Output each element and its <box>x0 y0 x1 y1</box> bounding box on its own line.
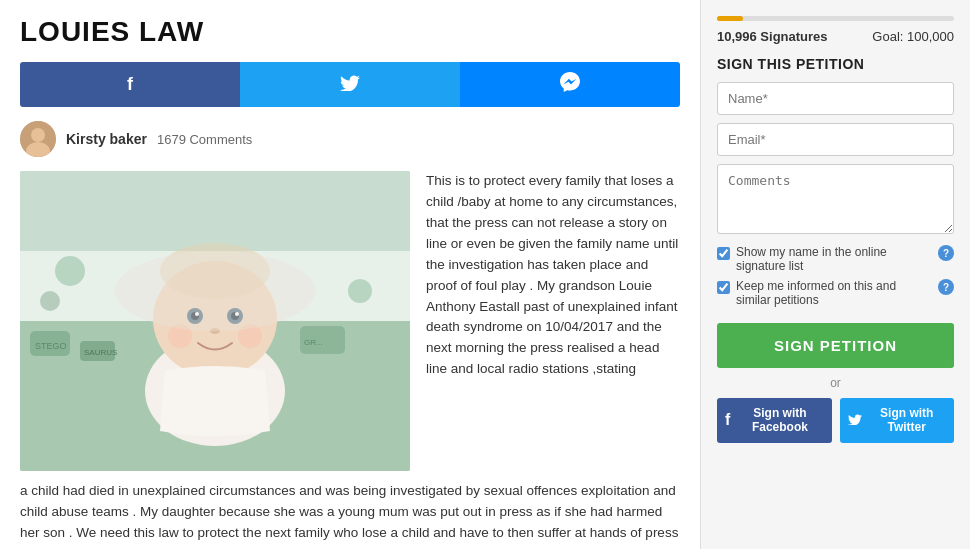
article-text: This is to protect every family that los… <box>426 171 680 380</box>
social-sign-row: f Sign with Facebook Sign with Twitter <box>717 398 954 443</box>
twitter-sign-label: Sign with Twitter <box>868 406 947 435</box>
svg-point-25 <box>55 256 85 286</box>
messenger-icon <box>560 72 580 97</box>
svg-text:GR...: GR... <box>304 338 323 347</box>
facebook-share-button[interactable]: f <box>20 62 240 107</box>
sign-petition-form: SIGN THIS PETITION Show my name in the o… <box>717 56 954 443</box>
article-text-col: This is to protect every family that los… <box>426 171 680 471</box>
or-divider: or <box>717 376 954 390</box>
author-row: Kirsty baker 1679 Comments <box>20 121 680 157</box>
twitter-share-button[interactable] <box>240 62 460 107</box>
signature-progress: 10,996 Signatures Goal: 100,000 <box>717 16 954 44</box>
article-body: STEGO SAURUS GR... <box>20 171 680 471</box>
messenger-share-button[interactable] <box>460 62 680 107</box>
progress-bar-bg <box>717 16 954 21</box>
svg-text:STEGO: STEGO <box>35 341 67 351</box>
author-name: Kirsty baker <box>66 131 147 147</box>
sign-petition-button[interactable]: SIGN PETITION <box>717 323 954 368</box>
facebook-sign-button[interactable]: f Sign with Facebook <box>717 398 832 443</box>
checkbox1-label: Show my name in the online signature lis… <box>736 245 928 273</box>
article-image: STEGO SAURUS GR... <box>20 171 410 471</box>
signatures-count: 10,996 Signatures <box>717 29 828 44</box>
comments-count: 1679 Comments <box>157 132 252 147</box>
keep-informed-checkbox[interactable] <box>717 281 730 294</box>
main-content: LOUIES LAW f Kirsty baker 1679 Comments <box>0 0 700 549</box>
help-icon-1[interactable]: ? <box>938 245 954 261</box>
sidebar: 10,996 Signatures Goal: 100,000 SIGN THI… <box>700 0 970 549</box>
facebook-sign-label: Sign with Facebook <box>736 406 823 435</box>
facebook-sign-icon: f <box>725 411 730 429</box>
sign-title: SIGN THIS PETITION <box>717 56 954 72</box>
article-continuation: a child had died in unexplained circumst… <box>20 481 680 549</box>
name-input[interactable] <box>717 82 954 115</box>
social-bar: f <box>20 62 680 107</box>
checkbox-row-2: Keep me informed on this and similar pet… <box>717 279 954 307</box>
svg-point-26 <box>348 279 372 303</box>
svg-point-24 <box>115 251 315 331</box>
show-name-checkbox[interactable] <box>717 247 730 260</box>
svg-text:SAURUS: SAURUS <box>84 348 117 357</box>
svg-point-1 <box>31 128 45 142</box>
twitter-icon <box>340 73 360 96</box>
progress-bar-fill <box>717 16 743 21</box>
checkbox2-label: Keep me informed on this and similar pet… <box>736 279 928 307</box>
comments-input[interactable] <box>717 164 954 234</box>
twitter-sign-icon <box>848 411 862 429</box>
progress-labels: 10,996 Signatures Goal: 100,000 <box>717 29 954 44</box>
avatar <box>20 121 56 157</box>
page-title: LOUIES LAW <box>20 16 680 48</box>
email-input[interactable] <box>717 123 954 156</box>
checkbox-row-1: Show my name in the online signature lis… <box>717 245 954 273</box>
goal-count: Goal: 100,000 <box>872 29 954 44</box>
help-icon-2[interactable]: ? <box>938 279 954 295</box>
twitter-sign-button[interactable]: Sign with Twitter <box>840 398 955 443</box>
facebook-icon: f <box>127 74 133 95</box>
svg-point-27 <box>40 291 60 311</box>
